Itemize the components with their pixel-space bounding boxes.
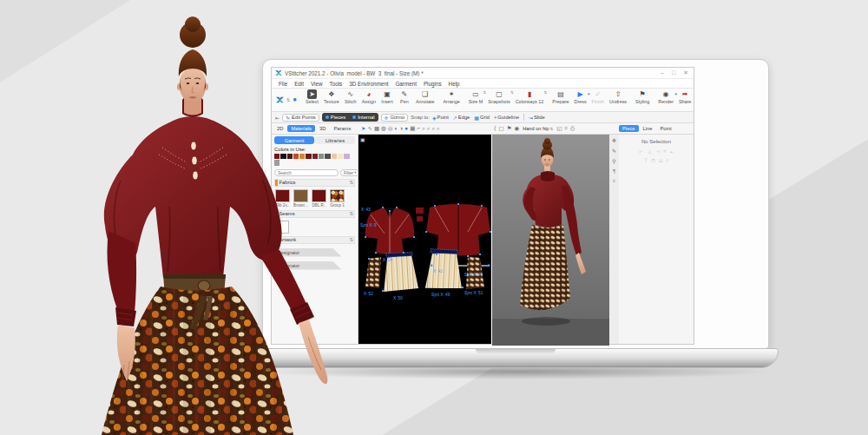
- pose-dropdown[interactable]: Hand on hip ⇅: [521, 126, 555, 131]
- text-icon[interactable]: ¶: [613, 168, 615, 174]
- minimize-button[interactable]: –: [661, 69, 664, 76]
- pin-icon[interactable]: ⚲: [612, 158, 615, 164]
- snap-guideline[interactable]: ⌖ Guideline: [494, 115, 519, 121]
- insert-tool-button[interactable]: ▣ Insert: [378, 89, 396, 111]
- export-icon[interactable]: ⎙: [570, 126, 575, 132]
- slide-button[interactable]: ↝ Slide: [529, 115, 545, 121]
- arrange-button[interactable]: ✶ Arrange: [441, 89, 463, 111]
- dress-button[interactable]: ▶ Dress: [572, 89, 589, 111]
- stitch-tool-icon[interactable]: ∿: [367, 126, 372, 132]
- alignment-icon: ⫠: [670, 148, 674, 155]
- tab-piece[interactable]: Piece: [619, 125, 639, 132]
- svg-text:X: 52: X: 52: [364, 292, 373, 296]
- svg-text:Sym X: 45: Sym X: 45: [464, 273, 483, 277]
- shaded-sphere-icon[interactable]: ◍: [381, 126, 386, 132]
- turntable-icon[interactable]: ◱: [556, 126, 562, 132]
- svg-text:X: 41: X: 41: [433, 269, 443, 274]
- snapshots-selector[interactable]: ▢ Snapshots: [485, 89, 512, 111]
- sort-icon[interactable]: ⇅: [349, 237, 353, 242]
- zoom-fit-icon[interactable]: ⌕: [431, 126, 435, 132]
- gizmo-button[interactable]: ✛ Gizmo: [381, 114, 409, 122]
- svg-text:X: 50: X: 50: [393, 296, 403, 300]
- snap-grid[interactable]: ▦ Grid: [474, 115, 490, 121]
- svg-text:X: 14: X: 14: [383, 258, 392, 262]
- toolbar-button-icon: ✶: [449, 89, 455, 99]
- pose-stepper-icon: ⇅: [549, 127, 553, 131]
- pattern-pieces: X: 43 Sym X: 9 X: 14 X: 41 Sym X: 45 X: …: [358, 135, 491, 346]
- toolbar-button-icon: ◉: [663, 89, 669, 99]
- pen-tool-button[interactable]: ✎ Pen: [396, 89, 413, 111]
- screenshot-icon[interactable]: ⌗: [564, 126, 568, 132]
- menu-item[interactable]: Plugins: [420, 81, 445, 87]
- snap-point[interactable]: ◈ Point: [432, 115, 449, 121]
- menu-item[interactable]: 3D Environment: [345, 81, 391, 87]
- corner-ruler-icon[interactable]: ⌐: [417, 126, 420, 132]
- tab-line[interactable]: Line: [640, 125, 656, 132]
- measure-icon[interactable]: ⌗: [613, 178, 615, 184]
- alignment-icon: ⫟: [663, 148, 667, 155]
- toolbar-button-icon: ➦: [682, 89, 688, 99]
- alignment-icon: ⊢: [640, 148, 644, 155]
- share-button[interactable]: ➦ Share: [676, 89, 694, 111]
- viewport-toolbar: ⟨▢⚑◉ Hand on hip ⇅ ◱⌗⎙: [491, 123, 608, 134]
- annotate-tool-button[interactable]: ❏ Annotate: [413, 89, 437, 111]
- grid-icon[interactable]: ▦: [410, 126, 415, 132]
- sort-icon[interactable]: ⇅: [349, 211, 353, 216]
- back-arrow-icon[interactable]: ⟨: [494, 126, 496, 132]
- internal-dot-icon: [352, 115, 356, 119]
- internal-segment[interactable]: Internal: [351, 115, 376, 120]
- toolbar-button-icon: ▶: [577, 89, 582, 99]
- toolbar-button-icon: ⇧: [615, 89, 621, 99]
- toolbar-button-icon: ▣: [384, 89, 391, 99]
- half-sphere-icon[interactable]: ◐: [394, 126, 398, 132]
- zoom-out-icon[interactable]: ⌕: [427, 126, 431, 132]
- piece-solid-icon[interactable]: ▩: [374, 126, 379, 132]
- zoom-in-icon[interactable]: ⌕: [422, 126, 425, 132]
- prepare-button[interactable]: ▤ Prepare: [549, 89, 571, 111]
- cursor-icon[interactable]: ➤: [361, 126, 365, 132]
- close-button[interactable]: ✕: [683, 69, 688, 76]
- model-woman-illustration: [48, 7, 347, 435]
- snap-option-icon: ↗: [453, 115, 457, 121]
- render-button[interactable]: ◉ Render: [655, 89, 676, 111]
- gizmo-icon: ✛: [385, 115, 389, 121]
- alignment-icon: ⊦: [667, 157, 669, 163]
- properties-panel: No Selection ⊢⊥⊣⫟⫠ ⊤⊓⊔⊦: [619, 135, 694, 344]
- styling-button[interactable]: ⚑ Styling: [633, 89, 652, 111]
- svg-text:X: 43: X: 43: [361, 208, 371, 212]
- active-mode-icon[interactable]: ●: [404, 126, 408, 132]
- marketing-stage: VStitcher 2021.2 - Olivia_model - BW_3_f…: [0, 0, 868, 435]
- zoom-region-icon[interactable]: ⌕: [437, 126, 440, 132]
- avatar-icon[interactable]: ⚑: [507, 126, 512, 132]
- toolbar-button-icon: ▢: [496, 89, 503, 99]
- tab-point[interactable]: Point: [656, 125, 674, 132]
- menu-item[interactable]: Garment: [391, 81, 420, 87]
- pencil-icon[interactable]: ✎: [612, 148, 616, 154]
- assign-tool-button[interactable]: ◕ Assign: [359, 89, 378, 111]
- slide-icon: ↝: [529, 115, 533, 121]
- alignment-icon: ⊔: [659, 157, 663, 163]
- contrast-sphere-icon[interactable]: ◑: [399, 126, 403, 132]
- toolbar-button-icon: ∿: [347, 89, 353, 99]
- link-icon[interactable]: ✥: [612, 137, 616, 143]
- sort-icon[interactable]: ⇅: [349, 180, 353, 185]
- frame-icon[interactable]: ▢: [499, 126, 504, 132]
- menu-item[interactable]: Help: [445, 81, 464, 87]
- viewport-3d[interactable]: [491, 135, 608, 344]
- undress-button[interactable]: ⇧ Undress: [607, 89, 629, 111]
- outline-sphere-icon[interactable]: ◎: [388, 126, 393, 132]
- size-selector[interactable]: ▭ Size M: [466, 89, 485, 111]
- colorways-selector[interactable]: ▮ Colorways 12: [513, 89, 547, 111]
- snap-edge[interactable]: ↗ Edge: [453, 115, 470, 121]
- svg-text:Sym X: 49: Sym X: 49: [431, 293, 450, 297]
- maximize-button[interactable]: □: [672, 69, 675, 76]
- camera-icon[interactable]: ◉: [515, 126, 520, 132]
- snap-option-icon: ◈: [432, 115, 437, 121]
- finish-button[interactable]: ✓ Finish: [589, 89, 607, 111]
- side-tool-strip: ✥✎⚲¶⌗: [608, 135, 619, 344]
- laptop-notch: [476, 349, 556, 354]
- alignment-icon: ⊣: [655, 148, 660, 155]
- toolbar-button-icon: ▭: [472, 89, 479, 99]
- alignment-icon: ⊓: [651, 157, 655, 163]
- pattern-2d-canvas[interactable]: ▣: [358, 135, 491, 344]
